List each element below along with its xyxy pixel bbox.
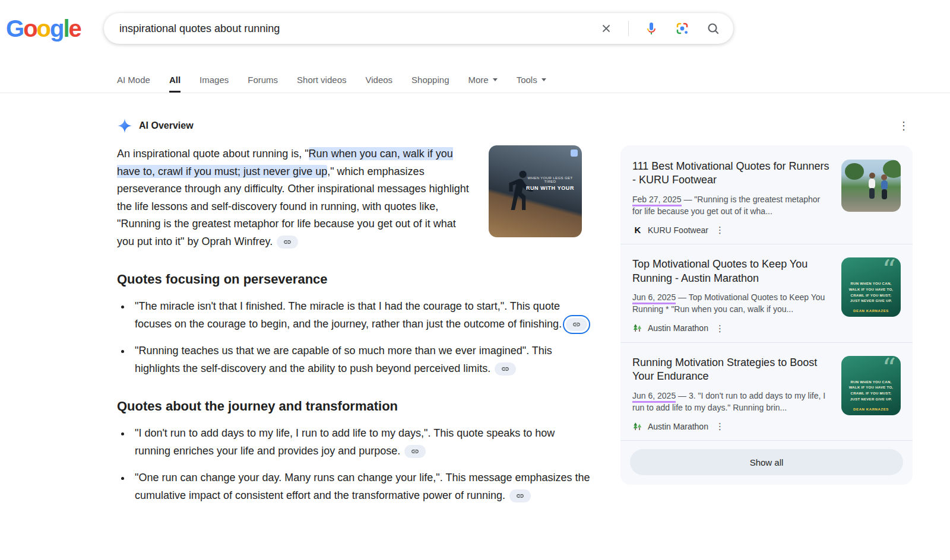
source-name: Austin Marathon <box>648 323 708 333</box>
bullet-text: "I don't run to add days to my life, I r… <box>135 427 555 457</box>
result-date: Jun 6, 2025 <box>632 292 676 304</box>
divider <box>628 21 629 36</box>
source-card-title[interactable]: Top Motivational Quotes to Keep You Runn… <box>632 257 832 285</box>
tab-images[interactable]: Images <box>200 75 229 93</box>
google-lens-icon <box>675 21 689 36</box>
source-link-chip[interactable] <box>277 236 298 249</box>
kuru-favicon: K <box>632 225 643 236</box>
source-card-title[interactable]: 111 Best Motivational Quotes for Runners… <box>632 160 832 187</box>
lens-search-button[interactable] <box>674 20 691 37</box>
source-card[interactable]: Running Motivation Strategies to Boost Y… <box>620 343 913 440</box>
source-link-chip[interactable] <box>509 489 531 502</box>
source-link-chip[interactable] <box>495 362 516 376</box>
tab-label: All <box>169 75 180 85</box>
intro-text: An inspirational quote about running is,… <box>117 148 309 160</box>
tab-label: AI Mode <box>117 75 150 85</box>
tab-short-videos[interactable]: Short videos <box>297 75 346 93</box>
quote-list: "The miracle isn't that I finished. The … <box>117 298 592 377</box>
tab-label: Tools <box>517 75 537 85</box>
source-card-body: Top Motivational Quotes to Keep You Runn… <box>632 257 832 333</box>
tab-shopping[interactable]: Shopping <box>411 75 449 93</box>
thumb-quote-text: RUN WHEN YOU CAN, WALK IF YOU HAVE TO, C… <box>846 281 897 304</box>
logo-letter: G <box>6 15 23 42</box>
source-row: Austin Marathon ⋮ <box>632 421 832 432</box>
result-date: Jun 6, 2025 <box>632 391 676 403</box>
source-card-title[interactable]: Running Motivation Strategies to Boost Y… <box>632 356 832 384</box>
card-menu-button[interactable]: ⋮ <box>713 224 727 236</box>
source-card-body: 111 Best Motivational Quotes for Runners… <box>632 160 832 236</box>
divider <box>0 93 950 93</box>
tab-forums[interactable]: Forums <box>248 75 278 93</box>
link-icon <box>572 320 581 329</box>
google-logo[interactable]: Google <box>6 15 81 42</box>
link-icon <box>501 365 509 373</box>
tab-videos[interactable]: Videos <box>365 75 392 93</box>
bullet-text: "Running teaches us that we are capable … <box>135 345 552 374</box>
link-icon <box>516 492 524 500</box>
tab-all[interactable]: All <box>169 75 180 93</box>
card-menu-button[interactable]: ⋮ <box>713 421 727 432</box>
thumb-quote-text: RUN WHEN YOU CAN, WALK IF YOU HAVE TO, C… <box>846 380 897 402</box>
quote-bullet: "The miracle isn't that I finished. The … <box>131 298 592 333</box>
logo-letter: o <box>23 15 36 42</box>
tab-label: Shopping <box>411 75 449 85</box>
search-input[interactable] <box>119 23 598 35</box>
show-all-button[interactable]: Show all <box>630 449 903 475</box>
tab-label: Short videos <box>297 75 346 85</box>
link-icon <box>411 447 419 456</box>
close-icon <box>600 22 613 35</box>
logo-letter: g <box>50 15 63 42</box>
result-thumbnail[interactable] <box>841 160 901 212</box>
thumb-quote-attribution: DEAN KARNAZES <box>846 408 897 411</box>
source-card-body: Running Motivation Strategies to Boost Y… <box>632 356 832 432</box>
search-bar[interactable] <box>104 13 733 44</box>
source-card-snippet: Feb 27, 2025 — "Running is the greatest … <box>632 193 832 218</box>
source-card[interactable]: Top Motivational Quotes to Keep You Runn… <box>620 244 913 342</box>
ai-overview-intro: An inspirational quote about running is,… <box>117 145 476 250</box>
quote-bullet: "I don't run to add days to my life, I r… <box>131 425 592 460</box>
ai-overview-star-icon <box>117 118 132 133</box>
hero-image[interactable]: WHEN YOUR LEGS GET TIRED RUN WITH YOUR <box>489 145 582 237</box>
sources-panel: 111 Best Motivational Quotes for Runners… <box>620 145 913 485</box>
logo-letter: o <box>37 15 50 42</box>
tab-more[interactable]: More <box>468 75 497 93</box>
section-heading-journey: Quotes about the journey and transformat… <box>117 399 592 414</box>
quote-list: "I don't run to add days to my life, I r… <box>117 425 592 504</box>
search-header: Google <box>0 0 950 43</box>
source-row: K KURU Footwear ⋮ <box>632 224 832 236</box>
overflow-menu-button[interactable]: ⋮ <box>895 118 913 133</box>
clear-search-button[interactable] <box>598 21 614 36</box>
ai-overview-body: An inspirational quote about running is,… <box>117 145 592 514</box>
bullet-text: "The miracle isn't that I finished. The … <box>135 300 562 330</box>
voice-search-button[interactable] <box>643 20 660 37</box>
thumb-quote-attribution: DEAN KARNAZES <box>846 309 897 313</box>
logo-letter: e <box>69 15 81 42</box>
tab-ai-mode[interactable]: AI Mode <box>117 75 150 93</box>
microphone-icon <box>644 21 658 36</box>
hero-badge-icon <box>571 149 578 157</box>
result-thumbnail[interactable]: “ RUN WHEN YOU CAN, WALK IF YOU HAVE TO,… <box>841 257 901 317</box>
source-name: KURU Footwear <box>648 225 708 235</box>
result-thumbnail[interactable]: “ RUN WHEN YOU CAN, WALK IF YOU HAVE TO,… <box>841 356 901 415</box>
search-bar-icons <box>598 20 721 37</box>
search-button[interactable] <box>705 20 721 37</box>
source-link-chip[interactable] <box>404 445 426 458</box>
divider <box>620 440 913 441</box>
austin-marathon-favicon <box>632 323 643 333</box>
quote-bullet: "Running teaches us that we are capable … <box>131 342 592 377</box>
source-card-snippet: Jun 6, 2025 — Top Motivational Quotes to… <box>632 291 832 316</box>
source-link-chip[interactable] <box>566 318 587 331</box>
source-card[interactable]: 111 Best Motivational Quotes for Runners… <box>620 147 913 244</box>
result-tabs: AI Mode All Images Forums Short videos V… <box>117 75 950 93</box>
source-row: Austin Marathon ⋮ <box>632 323 832 334</box>
logo-letter: l <box>63 15 68 42</box>
card-menu-button[interactable]: ⋮ <box>713 323 727 334</box>
tab-tools[interactable]: Tools <box>517 75 546 93</box>
tab-label: More <box>468 75 488 85</box>
chevron-down-icon <box>542 78 546 81</box>
result-date: Feb 27, 2025 <box>632 195 682 206</box>
ai-overview-header: AI Overview ⋮ <box>117 118 913 133</box>
quote-bullet: "One run can change your day. Many runs … <box>131 469 592 504</box>
magnifier-icon <box>706 21 720 36</box>
link-icon <box>283 238 292 246</box>
